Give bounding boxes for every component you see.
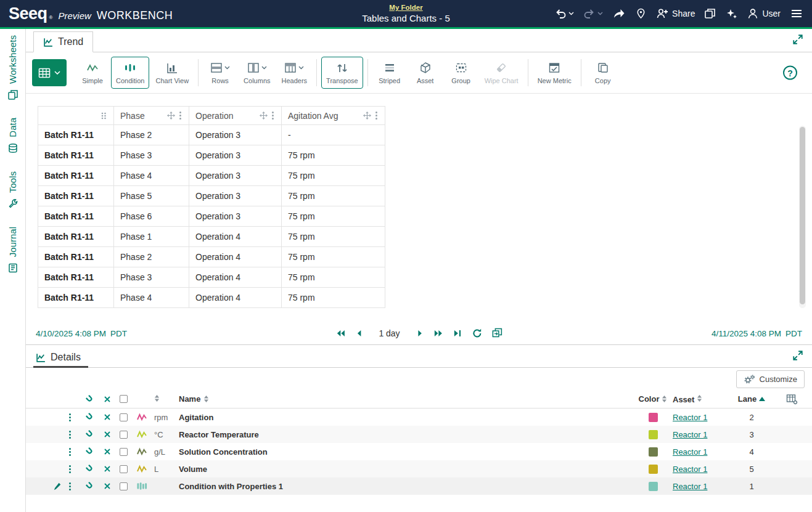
row-checkbox[interactable] [120, 431, 137, 439]
sidebar-item-tools[interactable]: Tools [7, 171, 18, 209]
user-menu-button[interactable]: User [747, 7, 781, 20]
toolbar-button-transpose[interactable]: Transpose [321, 57, 363, 89]
refresh-icon[interactable] [472, 328, 483, 339]
unit-sort[interactable] [154, 394, 179, 404]
column-header-agitation-avg[interactable]: Agitation Avg [282, 107, 385, 125]
item-name[interactable]: Agitation [179, 413, 633, 422]
item-name[interactable]: Volume [179, 465, 633, 474]
select-all-magnet[interactable] [85, 394, 104, 404]
magnet-button[interactable] [85, 481, 104, 491]
row-checkbox[interactable] [120, 482, 137, 490]
color-swatch[interactable] [649, 465, 658, 474]
column-menu-icon[interactable] [178, 110, 182, 121]
share-button[interactable]: Share [656, 7, 695, 20]
row-checkbox[interactable] [120, 413, 137, 421]
sidebar-item-worksheets[interactable]: Worksheets [7, 35, 18, 100]
color-column-header[interactable]: Color [633, 394, 673, 404]
toolbar-button-wipe-chart[interactable]: Wipe Chart [480, 57, 523, 89]
toolbar-button-simple[interactable]: Simple [75, 57, 110, 89]
toolbar-button-headers[interactable]: Headers [277, 57, 313, 89]
edit-item-button[interactable] [53, 482, 68, 490]
remove-all-button[interactable] [104, 396, 120, 403]
toolbar-button-condition[interactable]: Condition [111, 57, 149, 89]
remove-item-button[interactable] [104, 431, 120, 438]
remove-item-button[interactable] [104, 448, 120, 455]
move-column-icon[interactable] [166, 111, 176, 120]
name-column-header[interactable]: Name [179, 394, 633, 404]
row-menu-button[interactable] [68, 412, 85, 423]
row-menu-button[interactable] [68, 447, 85, 457]
row-menu-button[interactable] [68, 481, 85, 492]
move-column-icon[interactable] [363, 111, 372, 120]
column-header-batch[interactable] [38, 107, 114, 125]
asset-link[interactable]: Reactor 1 [673, 482, 707, 491]
customize-button[interactable]: Customize [736, 370, 805, 388]
asset-link[interactable]: Reactor 1 [673, 465, 707, 474]
copy-range-icon[interactable] [492, 328, 503, 339]
location-button[interactable] [635, 7, 647, 20]
row-checkbox[interactable] [120, 448, 137, 456]
row-menu-button[interactable] [68, 464, 85, 474]
magnet-button[interactable] [85, 447, 104, 457]
step-forward-full-icon[interactable] [433, 328, 444, 338]
color-swatch[interactable] [649, 482, 658, 491]
forward-history-button[interactable] [612, 7, 626, 20]
duration-label[interactable]: 1 day [379, 328, 400, 338]
range-end[interactable]: 4/11/2025 4:08 PMPDT [712, 329, 802, 338]
toolbar-button-copy[interactable]: Copy [586, 57, 620, 89]
toolbar-button-striped[interactable]: Striped [372, 57, 407, 89]
scrollbar-thumb[interactable] [800, 127, 805, 304]
toolbar-button-columns[interactable]: Columns [239, 57, 275, 89]
table-view-button[interactable] [32, 59, 67, 86]
item-name[interactable]: Solution Concentration [179, 447, 633, 457]
seeq-logo[interactable]: Seeq® Preview WORKBENCH [9, 6, 173, 22]
maximize-trend-button[interactable] [792, 34, 803, 47]
asset-link[interactable]: Reactor 1 [673, 430, 707, 439]
range-start[interactable]: 4/10/2025 4:08 PMPDT [36, 329, 127, 338]
magnet-button[interactable] [85, 412, 104, 422]
breadcrumb-folder-link[interactable]: My Folder [389, 4, 422, 11]
select-all-checkbox[interactable] [120, 395, 137, 403]
column-header-operation[interactable]: Operation [189, 107, 282, 125]
remove-item-button[interactable] [104, 482, 120, 490]
toolbar-button-new-metric[interactable]: New Metric [533, 57, 576, 89]
color-swatch[interactable] [649, 413, 658, 422]
toolbar-button-rows[interactable]: Rows [203, 57, 237, 89]
row-checkbox[interactable] [120, 465, 137, 473]
step-back-icon[interactable] [355, 328, 362, 338]
asset-link[interactable]: Reactor 1 [673, 413, 707, 422]
item-name[interactable]: Condition with Properties 1 [179, 482, 633, 491]
jump-to-end-icon[interactable] [453, 328, 462, 338]
step-back-full-icon[interactable] [335, 328, 345, 338]
magnet-button[interactable] [85, 464, 104, 474]
sidebar-item-journal[interactable]: Journal [7, 227, 18, 274]
step-forward-icon[interactable] [417, 328, 424, 338]
tab-trend[interactable]: Trend [33, 31, 93, 52]
sidebar-item-data[interactable]: Data [7, 118, 18, 154]
asset-column-header[interactable]: Asset [673, 394, 732, 404]
remove-item-button[interactable] [104, 465, 120, 473]
worksheets-panel-button[interactable] [704, 7, 716, 20]
color-swatch[interactable] [649, 447, 658, 457]
help-button[interactable]: ? [783, 66, 797, 80]
lane-column-header[interactable]: Lane [732, 394, 771, 404]
column-header-phase[interactable]: Phase [114, 107, 189, 125]
maximize-details-button[interactable] [792, 350, 803, 363]
toolbar-button-group[interactable]: Group [444, 57, 478, 89]
ai-assistant-button[interactable] [726, 8, 737, 20]
redo-button[interactable] [583, 7, 603, 20]
worksheet-title[interactable]: Tables and Charts - 5 [362, 13, 450, 23]
row-menu-button[interactable] [68, 429, 85, 440]
asset-link[interactable]: Reactor 1 [673, 447, 707, 457]
toolbar-button-asset[interactable]: Asset [408, 57, 443, 89]
column-menu-icon[interactable] [374, 110, 379, 121]
toolbar-button-chart-view[interactable]: Chart View [150, 57, 194, 89]
table-settings-button[interactable] [771, 394, 812, 405]
remove-item-button[interactable] [104, 413, 120, 421]
drag-handle-icon[interactable] [100, 112, 107, 120]
undo-button[interactable] [554, 7, 574, 20]
magnet-button[interactable] [85, 429, 104, 439]
move-column-icon[interactable] [259, 111, 268, 120]
tab-details[interactable]: Details [33, 347, 88, 368]
color-swatch[interactable] [649, 430, 658, 439]
